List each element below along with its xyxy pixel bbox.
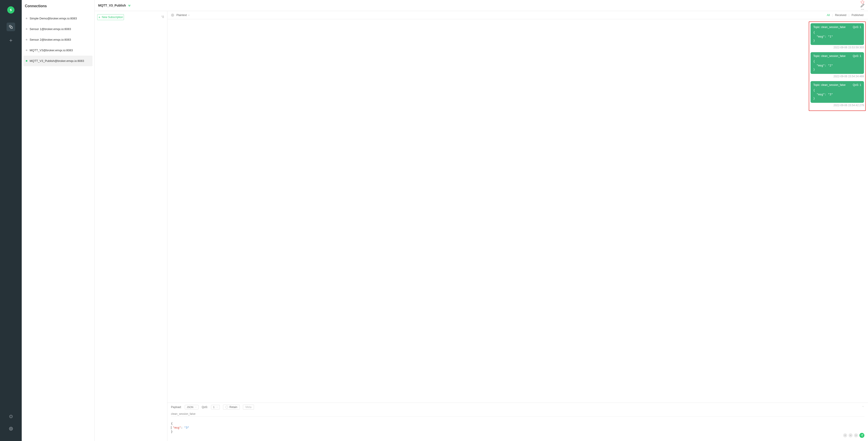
message-body: { "msg": "2" }	[813, 60, 861, 72]
retain-label: Retain	[229, 406, 238, 409]
send-button[interactable]	[859, 433, 864, 438]
payload-format-select[interactable]: JSON	[185, 405, 198, 409]
toggle-subscriptions-icon[interactable]	[161, 15, 164, 19]
topic-input[interactable]	[171, 411, 864, 417]
status-indicator-icon	[171, 13, 174, 17]
status-dot-icon	[26, 39, 27, 40]
filter-tab-published[interactable]: Published	[850, 13, 864, 17]
message-card: Topic: clean_session_false QoS: 1 { "msg…	[811, 23, 864, 45]
message-filter-tabs: All | Received | Published	[826, 13, 864, 17]
new-subscription-label: New Subscription	[102, 15, 123, 19]
svg-point-7	[10, 428, 11, 429]
topbar-actions	[857, 0, 864, 11]
more-icon[interactable]	[861, 7, 864, 11]
messages-toolbar: Plaintext All | Received | Published	[167, 11, 868, 19]
message-body: { "msg": "1" }	[813, 31, 861, 43]
nav-info-icon[interactable]	[6, 412, 15, 421]
connection-label: MQTT_V3_Publish@broker.emqx.io:8083	[30, 59, 84, 63]
connection-label: MQTT_V3@broker.emqx.io:8083	[30, 48, 73, 52]
topbar: MQTT_V3_Publish	[95, 0, 868, 11]
svg-point-9	[861, 9, 862, 9]
filter-tab-received[interactable]: Received	[834, 13, 847, 17]
qos-select[interactable]: 1	[211, 405, 220, 409]
payload-key: "msg"	[173, 426, 181, 429]
main-area: MQTT_V3_Publish New Subscription	[95, 0, 868, 441]
display-format-select[interactable]: Plaintext	[177, 13, 190, 17]
message-qos: QoS: 1	[853, 26, 861, 29]
filter-tab-all[interactable]: All	[826, 13, 831, 17]
connections-sidebar: Connections Simple Demo@broker.emqx.io:8…	[22, 0, 95, 441]
new-subscription-button[interactable]: New Subscription	[97, 14, 124, 20]
payload-value: "3"	[184, 426, 189, 429]
sidebar-title: Connections	[22, 0, 94, 12]
payload-brace: }	[171, 430, 173, 433]
connection-label: Simple Demo@broker.emqx.io:8083	[30, 17, 77, 20]
connection-item[interactable]: Sensor 1@broker.emqx.io:8083	[24, 24, 93, 34]
message-card: Topic: clean_session_false QoS: 1 { "msg…	[811, 52, 864, 74]
history-clear-button[interactable]	[848, 433, 852, 437]
message-topic: Topic: clean_session_false	[813, 55, 846, 58]
svg-point-10	[862, 9, 863, 9]
collapse-icon[interactable]	[128, 4, 131, 7]
message-timestamp: 2022-09-06 15:54:42:279	[811, 104, 864, 107]
message-timestamp: 2022-09-06 15:54:34:469	[811, 75, 864, 78]
send-row	[843, 433, 864, 438]
history-prev-button[interactable]	[843, 433, 847, 437]
payload-editor[interactable]: { "msg": "3" }	[171, 417, 864, 438]
meta-button[interactable]: Meta	[243, 405, 254, 410]
nav-connections-icon[interactable]	[6, 23, 15, 31]
message-qos: QoS: 1	[853, 83, 861, 87]
nav-settings-icon[interactable]	[6, 424, 15, 433]
publisher-collapse-icon[interactable]	[862, 405, 864, 408]
subscriptions-panel: New Subscription	[95, 11, 167, 441]
message-topic: Topic: clean_session_false	[813, 26, 846, 29]
app-logo	[7, 6, 14, 13]
svg-point-6	[11, 415, 11, 416]
payload-label: Payload:	[171, 406, 182, 409]
message-topic: Topic: clean_session_false	[813, 83, 846, 87]
connection-item[interactable]: Simple Demo@broker.emqx.io:8083	[24, 13, 93, 24]
connection-item[interactable]: MQTT_V3@broker.emqx.io:8083	[24, 45, 93, 56]
message-timestamp: 2022-09-06 15:53:59:303	[811, 46, 864, 49]
connection-title: MQTT_V3_Publish	[98, 4, 126, 7]
status-dot-icon	[26, 28, 27, 30]
disconnect-icon[interactable]	[861, 0, 864, 4]
messages-area: Plaintext All | Received | Published	[167, 11, 868, 441]
connection-item[interactable]: Sensor 2@broker.emqx.io:8083	[24, 34, 93, 45]
nav-rail	[0, 0, 22, 441]
payload-brace: {	[171, 422, 173, 425]
edit-icon[interactable]	[861, 4, 864, 7]
status-dot-icon	[26, 60, 27, 62]
radio-icon	[225, 406, 228, 408]
qos-value: 1	[213, 406, 214, 408]
qos-label: QoS:	[202, 406, 208, 409]
message-qos: QoS: 1	[853, 55, 861, 58]
connection-label: Sensor 1@broker.emqx.io:8083	[30, 27, 71, 31]
connection-label: Sensor 2@broker.emqx.io:8083	[30, 38, 71, 41]
connections-list: Simple Demo@broker.emqx.io:8083 Sensor 1…	[22, 12, 94, 67]
highlight-annotation: Topic: clean_session_false QoS: 1 { "msg…	[809, 22, 866, 111]
publisher-panel: Payload: JSON QoS: 1 Retain	[167, 403, 868, 441]
message-card: Topic: clean_session_false QoS: 1 { "msg…	[811, 81, 864, 103]
status-dot-icon	[26, 18, 27, 19]
retain-toggle[interactable]: Retain	[223, 405, 240, 410]
payload-format-value: JSON	[187, 406, 193, 408]
payload-colon: :	[181, 426, 184, 429]
connection-item[interactable]: MQTT_V3_Publish@broker.emqx.io:8083	[24, 56, 93, 66]
messages-scroll[interactable]: Topic: clean_session_false QoS: 1 { "msg…	[167, 19, 868, 403]
nav-new-icon[interactable]	[6, 36, 15, 45]
display-format-label: Plaintext	[177, 13, 187, 17]
svg-point-11	[863, 9, 864, 9]
message-body: { "msg": "3" }	[813, 88, 861, 101]
status-dot-icon	[26, 49, 27, 51]
history-next-button[interactable]	[854, 433, 858, 437]
